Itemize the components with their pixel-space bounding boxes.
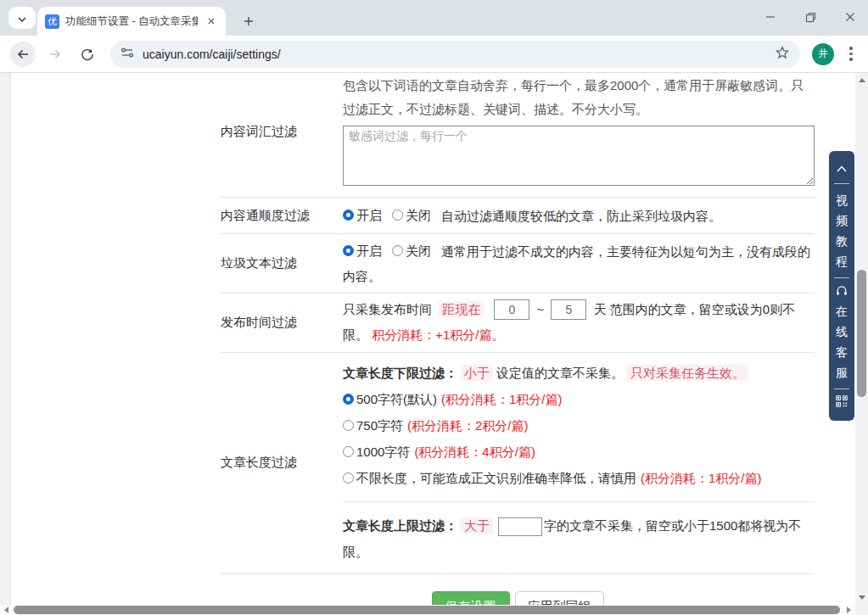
scroll-right-arrow[interactable] [847,607,851,613]
back-button[interactable] [10,42,36,67]
junk-off-radio[interactable]: 关闭 [392,238,431,263]
scope-tag: 只对采集任务生效。 [627,365,748,381]
radio-label: 开启 [356,238,382,263]
browser-toolbar: ucaiyun.com/caiji/settings/ 井 [0,36,868,73]
publish-time-filter-row: 发布时间过滤 只采集发布时间 距现在 ~ 天 范围内的文章，留空或设为0则不限。… [221,294,815,353]
tab-close-icon[interactable] [204,14,218,29]
fluency-description: 自动过滤通顺度较低的文章，防止采到垃圾内容。 [441,209,721,223]
junk-on-radio[interactable]: 开启 [343,238,382,263]
radio-icon [392,245,403,256]
close-window-button[interactable] [844,11,856,23]
row-label: 垃圾文本过滤 [221,255,343,271]
video-tutorial-link[interactable]: 视频教程 [835,190,848,271]
left-gutter [0,73,11,605]
option-label: 750字符 [356,412,403,439]
radio-icon [343,472,354,484]
apply-to-group-button[interactable]: 应用到同组 [515,591,604,605]
length-option-750[interactable]: 750字符 (积分消耗：2积分/篇) [343,412,815,439]
site-favicon: 优 [45,14,59,29]
length-option-unlimited[interactable]: 不限长度，可能造成正文识别准确率降低，请慎用 (积分消耗：1积分/篇) [343,465,815,491]
length-option-1000[interactable]: 1000字符 (积分消耗：4积分/篇) [343,439,815,465]
days-min-input[interactable] [494,299,529,320]
browser-menu-button[interactable] [841,44,861,64]
new-tab-button[interactable] [238,11,259,31]
fluency-off-radio[interactable]: 关闭 [392,203,431,227]
length-lower-header: 文章长度下限过滤：小于设定值的文章不采集。只对采集任务生效。 [343,360,815,386]
floating-side-widget: 视频教程 在线客服 [829,151,854,421]
junk-text-filter-row: 垃圾文本过滤 开启 关闭 通常用于过滤不成文的内容，主要特征为以短句为主，没有成… [221,234,815,294]
scrollbar-corner [855,605,868,615]
option-cost: (积分消耗：1积分/篇) [441,386,563,412]
scroll-down-arrow[interactable] [859,595,865,600]
row-label: 内容词汇过滤 [221,73,343,140]
minimize-button[interactable] [764,11,776,23]
vocab-filter-description: 包含以下词语的文章自动舍弃，每行一个，最多2000个，通常用于屏蔽敏感词。只过滤… [343,74,815,121]
radio-selected-icon [343,394,354,405]
days-max-input[interactable] [551,299,586,320]
radio-selected-icon [343,245,354,256]
bookmark-star-icon[interactable] [775,45,790,64]
radio-icon [392,210,403,221]
fluency-on-radio[interactable]: 开启 [343,203,382,227]
radio-label: 开启 [356,203,382,227]
url-text: ucaiyun.com/caiji/settings/ [143,48,775,61]
restore-button[interactable] [804,11,816,23]
fluency-filter-row: 内容通顺度过滤 开启 关闭 自动过滤通顺度较低的文章，防止采到垃圾内容。 [221,198,815,234]
profile-avatar[interactable]: 井 [812,43,834,65]
vertical-scrollbar[interactable] [855,73,868,605]
scroll-left-arrow[interactable] [4,607,8,613]
divider [834,277,849,278]
save-settings-button[interactable]: 保存设置 [432,591,510,605]
tab-search-button[interactable] [8,7,36,29]
collapse-chevron-icon[interactable] [837,160,847,176]
online-service-link[interactable]: 在线客服 [835,301,848,383]
forward-button[interactable] [42,42,68,67]
radio-label: 关闭 [406,203,431,227]
lower-limit-title: 文章长度下限过滤： [343,366,457,380]
url-bar[interactable]: ucaiyun.com/caiji/settings/ [110,41,800,68]
option-label: 1000字符 [356,439,410,465]
site-settings-icon[interactable] [120,46,134,63]
settings-form: 内容词汇过滤 包含以下词语的文章自动舍弃，每行一个，最多2000个，通常用于屏蔽… [221,73,815,605]
points-cost-note: 积分消耗：+1积分/篇。 [372,327,504,342]
row-label: 发布时间过滤 [221,315,343,331]
upper-limit-input[interactable] [498,517,542,536]
radio-selected-icon [343,210,354,221]
horizontal-scrollbar[interactable] [0,605,855,615]
publish-time-text: 只采集发布时间 [343,302,432,316]
row-label: 文章长度过滤 [221,455,343,471]
reload-button[interactable] [75,42,100,67]
tilde-separator: ~ [537,302,545,316]
length-option-500[interactable]: 500字符(默认) (积分消耗：1积分/篇) [343,386,815,412]
option-cost: (积分消耗：2积分/篇) [407,412,529,439]
horizontal-scroll-thumb[interactable] [14,606,840,614]
scroll-up-arrow[interactable] [859,78,865,82]
divider [834,389,849,389]
radio-icon [343,446,354,457]
chevron-down-icon [18,10,26,25]
radio-icon [343,420,354,431]
browser-tab-strip: 优 功能细节设置 - 自动文章采集器 [0,0,868,36]
less-than-tag: 小于 [461,365,493,381]
content-vocab-filter-row: 内容词汇过滤 包含以下词语的文章自动舍弃，每行一个，最多2000个，通常用于屏蔽… [221,73,815,198]
length-upper-line: 文章长度上限过滤：大于字的文章不采集，留空或小于1500都将视为不限。 [343,512,815,565]
greater-than-tag: 大于 [461,517,493,534]
browser-tab[interactable]: 优 功能细节设置 - 自动文章采集器 [37,7,226,36]
divider [343,501,815,502]
form-actions: 保存设置应用到同组 [221,574,815,605]
row-label: 内容通顺度过滤 [221,208,343,224]
sensitive-words-textarea[interactable] [343,126,815,186]
vertical-scroll-thumb[interactable] [857,270,866,397]
option-label: 500字符(默认) [356,386,437,412]
window-controls [764,7,856,27]
headset-icon [836,284,848,299]
tab-title: 功能细节设置 - 自动文章采集器 [65,14,198,29]
divider [834,183,849,184]
lower-limit-text: 设定值的文章不采集。 [496,366,624,380]
upper-limit-title: 文章长度上限过滤： [343,518,457,533]
article-length-filter-row: 文章长度过滤 文章长度下限过滤：小于设定值的文章不采集。只对采集任务生效。 50… [221,353,815,574]
qr-code-icon[interactable] [836,395,848,411]
page-content: 内容词汇过滤 包含以下词语的文章自动舍弃，每行一个，最多2000个，通常用于屏蔽… [0,73,855,605]
distance-tag: 距现在 [439,301,484,317]
option-cost: (积分消耗：1积分/篇) [641,465,762,491]
